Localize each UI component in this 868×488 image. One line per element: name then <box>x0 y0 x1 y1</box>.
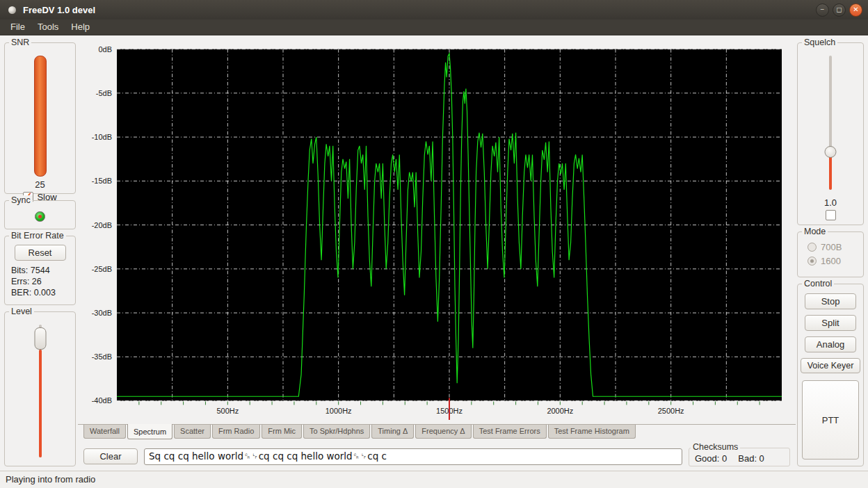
sync-led-icon <box>35 211 45 222</box>
voice-keyer-button[interactable]: Voice Keyer <box>801 358 860 373</box>
tab-bar: Waterfall Spectrum Scatter Frm Radio Frm… <box>78 424 796 441</box>
sync-group-title: Sync <box>9 195 33 205</box>
svg-text:-15dB: -15dB <box>92 177 112 185</box>
ber-group-title: Bit Error Rate <box>9 231 66 241</box>
radio-700b-icon[interactable] <box>807 243 817 252</box>
app-window: FreeDV 1.0 devel − ◻ ✕ File Tools Help S… <box>0 0 868 488</box>
svg-text:-35dB: -35dB <box>92 352 112 361</box>
analog-button[interactable]: Analog <box>805 336 856 352</box>
tab-frm-radio[interactable]: Frm Radio <box>212 425 260 439</box>
mode-700b-row[interactable]: 700B <box>801 241 860 254</box>
ber-value: BER: 0.003 <box>11 287 71 298</box>
level-group-title: Level <box>9 307 34 316</box>
control-group-title: Control <box>802 279 834 288</box>
checksums-group: Checksums Good: 0 Bad: 0 <box>689 448 790 466</box>
tab-waterfall[interactable]: Waterfall <box>83 425 126 439</box>
squelch-group-title: Squelch <box>802 38 837 47</box>
spectrum-plot-container: 0dB-5dB-10dB-15dB-20dB-25dB-30dB-35dB-40… <box>79 35 794 424</box>
checksums-bad: Bad: 0 <box>738 453 764 464</box>
right-panel: Squelch 1.0 Mode 700B <box>796 35 868 471</box>
mode-1600-row[interactable]: 1600 <box>801 254 860 268</box>
ptt-button[interactable]: PTT <box>802 380 859 459</box>
squelch-checkbox-row <box>801 210 860 222</box>
menu-help[interactable]: Help <box>65 19 96 35</box>
app-icon <box>8 6 16 14</box>
tab-test-frame-errors[interactable]: Test Frame Errors <box>473 425 547 439</box>
reset-button[interactable]: Reset <box>15 245 66 261</box>
ber-errs: Errs: 26 <box>11 276 71 287</box>
snr-group-title: SNR <box>9 38 31 47</box>
svg-text:-30dB: -30dB <box>92 309 112 317</box>
mode-group-title: Mode <box>802 227 828 236</box>
squelch-value: 1.0 <box>801 197 860 208</box>
split-button[interactable]: Split <box>805 315 856 331</box>
window-controls: − ◻ ✕ <box>816 3 862 17</box>
menu-file[interactable]: File <box>4 19 31 35</box>
checksums-values: Good: 0 Bad: 0 <box>695 453 784 464</box>
svg-text:1000Hz: 1000Hz <box>326 407 352 415</box>
tab-test-frame-histogram[interactable]: Test Frame Histogram <box>548 425 636 439</box>
spectrum-plot[interactable]: 0dB-5dB-10dB-15dB-20dB-25dB-30dB-35dB-40… <box>79 35 794 424</box>
tab-scatter[interactable]: Scatter <box>174 425 211 439</box>
title-bar: FreeDV 1.0 devel − ◻ ✕ <box>0 0 868 19</box>
level-slider-fill <box>39 350 42 457</box>
maximize-icon[interactable]: ◻ <box>833 3 846 17</box>
tab-frequency-delta[interactable]: Frequency Δ <box>415 425 471 439</box>
tab-spectrum[interactable]: Spectrum <box>127 424 172 439</box>
snr-group: SNR 25 ✓ Slow <box>4 42 76 194</box>
ber-bits: Bits: 7544 <box>11 265 71 276</box>
svg-text:-25dB: -25dB <box>92 265 112 273</box>
close-icon[interactable]: ✕ <box>849 3 862 17</box>
mode-700b-label: 700B <box>821 242 842 252</box>
svg-text:2500Hz: 2500Hz <box>658 407 684 415</box>
tab-to-spkr[interactable]: To Spkr/Hdphns <box>303 425 370 439</box>
svg-text:-10dB: -10dB <box>92 133 112 141</box>
radio-1600-icon[interactable] <box>807 257 817 266</box>
left-panel: SNR 25 ✓ Slow Sync Bit Error Rate Reset … <box>0 35 78 471</box>
squelch-group: Squelch 1.0 <box>797 42 864 225</box>
svg-text:500Hz: 500Hz <box>216 407 239 415</box>
level-group: Level <box>4 311 76 466</box>
snr-value: 25 <box>8 179 72 190</box>
rx-text-input[interactable] <box>144 448 682 465</box>
svg-text:-5dB: -5dB <box>96 89 112 97</box>
level-slider-handle[interactable] <box>34 327 46 350</box>
minimize-icon[interactable]: − <box>816 3 829 17</box>
snr-gauge[interactable] <box>34 56 47 177</box>
squelch-slider[interactable] <box>801 51 860 195</box>
mode-group: Mode 700B 1600 <box>797 231 864 277</box>
tab-timing-delta[interactable]: Timing Δ <box>371 425 414 439</box>
menu-bar: File Tools Help <box>0 19 868 35</box>
checksums-title: Checksums <box>691 442 740 452</box>
main-area: SNR 25 ✓ Slow Sync Bit Error Rate Reset … <box>0 35 868 471</box>
squelch-checkbox[interactable] <box>826 210 836 220</box>
clear-button[interactable]: Clear <box>83 448 138 464</box>
svg-text:-40dB: -40dB <box>92 397 112 405</box>
svg-text:2000Hz: 2000Hz <box>547 407 573 415</box>
tab-frm-mic[interactable]: Frm Mic <box>262 425 302 439</box>
checksums-good: Good: 0 <box>695 453 727 464</box>
sync-group: Sync <box>4 200 76 229</box>
ber-stats: Bits: 7544 Errs: 26 BER: 0.003 <box>8 263 72 300</box>
svg-text:0dB: 0dB <box>98 45 112 54</box>
mode-1600-label: 1600 <box>821 256 841 266</box>
window-title: FreeDV 1.0 devel <box>23 5 95 15</box>
squelch-slider-handle[interactable] <box>825 146 837 158</box>
control-group: Control Stop Split Analog Voice Keyer PT… <box>797 284 864 466</box>
status-bar: Playing into from radio <box>0 471 868 488</box>
squelch-slider-fill <box>829 156 832 190</box>
rx-text-row: Clear Checksums Good: 0 Bad: 0 <box>78 441 796 471</box>
ber-group: Bit Error Rate Reset Bits: 7544 Errs: 26… <box>4 236 76 305</box>
menu-tools[interactable]: Tools <box>31 19 65 35</box>
stop-button[interactable]: Stop <box>805 293 856 309</box>
level-slider[interactable] <box>8 320 72 463</box>
center-panel: 0dB-5dB-10dB-15dB-20dB-25dB-30dB-35dB-40… <box>78 35 796 471</box>
svg-text:-20dB: -20dB <box>92 221 112 229</box>
